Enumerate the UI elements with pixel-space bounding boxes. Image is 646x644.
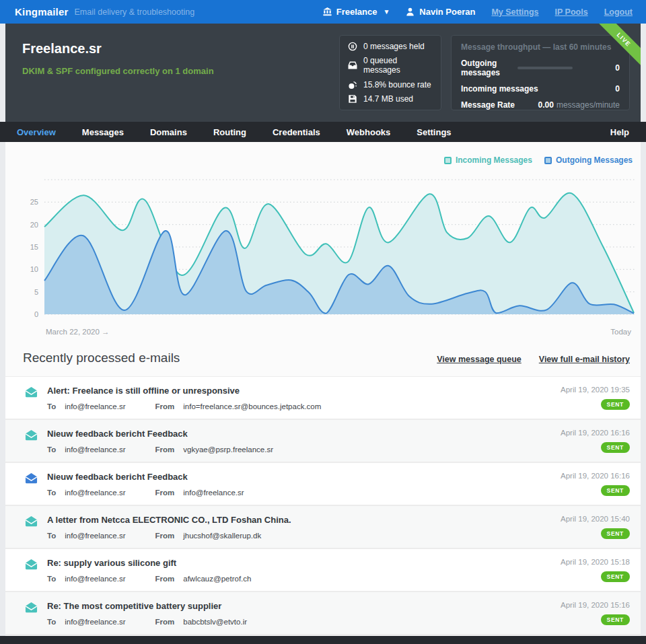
queued-messages-label: 0 queued messages: [363, 56, 433, 75]
email-meta: To info@freelance.sr From info=freelance…: [47, 402, 561, 410]
person-icon: [406, 7, 415, 16]
current-user[interactable]: Navin Poeran: [406, 7, 475, 17]
organization-switcher[interactable]: Freelance ▼: [323, 7, 390, 17]
message-rate-value: 0.00: [538, 100, 554, 110]
view-message-queue-link[interactable]: View message queue: [437, 355, 522, 364]
tab-webhooks[interactable]: Webhooks: [347, 127, 391, 137]
storage-used-label: 14.7 MB used: [363, 94, 413, 104]
from-address: info=freelance.sr@bounces.jetpack.com: [183, 402, 321, 410]
email-row[interactable]: A letter from Netcca ELECTRONIC CO., LTD…: [5, 506, 641, 549]
message-volume-chart: 0510152025: [5, 172, 641, 326]
topbar-actions: Freelance ▼ Navin Poeran My Settings IP …: [323, 7, 633, 17]
message-rate-value-group: 0.00messages/minute: [538, 100, 620, 110]
bounce-rate-label: 15.8% bounce rate: [363, 80, 431, 90]
user-name: Navin Poeran: [419, 7, 475, 17]
message-rate-row: Message Rate 0.00messages/minute: [461, 100, 620, 110]
help-link[interactable]: Help: [610, 127, 629, 137]
tab-domains[interactable]: Domains: [150, 127, 187, 137]
to-label: To: [47, 618, 56, 626]
email-summary: Re: The most competitive battery supplie…: [47, 601, 561, 626]
email-subject[interactable]: A letter from Netcca ELECTRONIC CO., LTD…: [47, 515, 561, 525]
from-label: From: [155, 445, 175, 454]
svg-text:15: 15: [30, 243, 38, 251]
tab-credentials[interactable]: Credentials: [273, 127, 320, 137]
tab-routing[interactable]: Routing: [213, 127, 246, 137]
ip-pools-link[interactable]: IP Pools: [555, 7, 588, 17]
svg-text:5: 5: [34, 288, 38, 296]
email-row[interactable]: Re: supply various silicone gift To info…: [5, 549, 641, 592]
x-axis-start-label: March 22, 2020 →: [46, 328, 110, 336]
email-status-column: April 19, 2020 16:16 SENT: [561, 429, 630, 454]
email-list: Alert: Freelance is still offline or unr…: [5, 376, 641, 635]
legend-incoming[interactable]: Incoming Messages: [444, 155, 532, 165]
email-summary: Re: supply various silicone gift To info…: [47, 558, 561, 583]
email-summary: Nieuw feedback bericht Feedback To info@…: [47, 472, 561, 497]
dkim-spf-status: DKIM & SPF configured correctly on 1 dom…: [22, 66, 339, 76]
status-badge: SENT: [601, 485, 630, 496]
brand-logo[interactable]: Kingmailer: [15, 6, 69, 17]
tab-messages[interactable]: Messages: [82, 127, 124, 137]
recent-emails-title: Recently processed e-mails: [23, 351, 180, 365]
status-badge: SENT: [601, 614, 630, 625]
legend-outgoing-label: Outgoing Messages: [556, 155, 633, 165]
recent-emails-header: Recently processed e-mails View message …: [5, 336, 641, 376]
email-meta: To info@freelance.sr From info@freelance…: [47, 489, 561, 497]
email-subject[interactable]: Nieuw feedback bericht Feedback: [47, 429, 561, 439]
server-summary: Freelance.sr DKIM & SPF configured corre…: [5, 24, 339, 122]
incoming-label: Incoming messages: [461, 84, 538, 94]
svg-text:10: 10: [30, 265, 38, 273]
email-row[interactable]: Nieuw feedback bericht Feedback To info@…: [5, 420, 641, 463]
email-subject[interactable]: Re: The most competitive battery supplie…: [47, 601, 561, 611]
email-subject[interactable]: Alert: Freelance is still offline or unr…: [47, 386, 561, 396]
logout-link[interactable]: Logout: [604, 7, 633, 17]
from-address: afwlcauz@petrof.ch: [183, 575, 251, 583]
message-rate-unit: messages/minute: [557, 100, 620, 110]
to-address: info@freelance.sr: [65, 618, 125, 626]
svg-text:0: 0: [34, 310, 38, 318]
email-date: April 19, 2020 19:35: [561, 386, 630, 394]
to-label: To: [47, 575, 56, 583]
legend-outgoing[interactable]: Outgoing Messages: [544, 155, 633, 165]
queued-messages-stat: 0 queued messages: [348, 56, 433, 75]
email-meta: To info@freelance.sr From afwlcauz@petro…: [47, 575, 561, 583]
email-row[interactable]: Alert: Freelance is still offline or unr…: [5, 377, 641, 420]
my-settings-link[interactable]: My Settings: [491, 7, 538, 17]
tab-overview[interactable]: Overview: [17, 127, 56, 137]
chart-legend: Incoming Messages Outgoing Messages: [5, 153, 641, 168]
inbox-queue-icon: [348, 61, 357, 70]
to-address: info@freelance.sr: [65, 575, 125, 583]
email-status-column: April 19, 2020 15:18 SENT: [561, 558, 630, 583]
email-subject[interactable]: Nieuw feedback bericht Feedback: [47, 472, 561, 482]
from-label: From: [155, 489, 175, 497]
email-subject[interactable]: Re: supply various silicone gift: [47, 558, 561, 568]
email-date: April 19, 2020 15:18: [561, 558, 630, 566]
messages-held-label: 0 messages held: [363, 42, 425, 51]
message-volume-chart-section: Incoming Messages Outgoing Messages 0510…: [5, 142, 641, 336]
from-address: babcbtslv@etvto.ir: [183, 618, 247, 626]
to-label: To: [47, 532, 56, 540]
view-email-history-link[interactable]: View full e-mail history: [539, 355, 630, 364]
incoming-swatch-icon: [444, 157, 452, 164]
outgoing-swatch-icon: [544, 157, 552, 164]
to-label: To: [47, 402, 56, 410]
email-row[interactable]: Re: The most competitive battery supplie…: [5, 592, 641, 635]
bounce-rate-stat: 15.8% bounce rate: [348, 80, 433, 90]
storage-disk-icon: [348, 94, 357, 104]
to-address: info@freelance.sr: [65, 445, 125, 454]
page-title: Freelance.sr: [22, 41, 339, 57]
from-address: vgkyae@psrp.freelance.sr: [183, 445, 273, 454]
email-status-column: April 19, 2020 15:40 SENT: [561, 515, 630, 540]
outgoing-label: Outgoing messages: [461, 59, 517, 77]
envelope-icon: [25, 559, 38, 570]
email-date: April 19, 2020 15:40: [561, 515, 630, 523]
envelope-icon: [25, 386, 38, 398]
to-label: To: [47, 445, 56, 454]
to-address: info@freelance.sr: [65, 402, 125, 410]
svg-text:25: 25: [30, 198, 38, 206]
envelope-icon: [25, 429, 38, 441]
email-date: April 19, 2020 16:16: [561, 472, 630, 480]
throughput-title: Message throughput — last 60 minutes: [461, 42, 620, 52]
from-label: From: [155, 532, 175, 540]
tab-settings[interactable]: Settings: [417, 127, 451, 137]
email-row[interactable]: Nieuw feedback bericht Feedback To info@…: [5, 463, 641, 506]
